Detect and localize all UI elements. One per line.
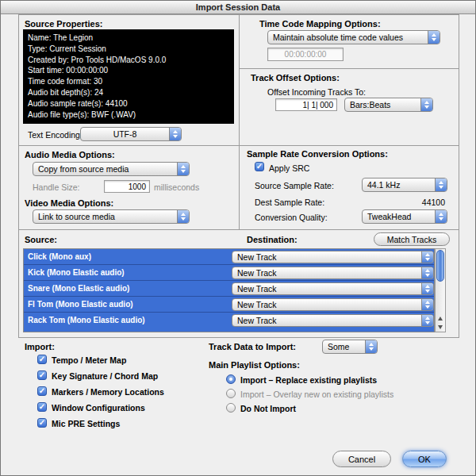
track-destination-popup[interactable]: New Track <box>232 282 434 295</box>
source-sample-rate-label: Source Sample Rate: <box>255 181 334 190</box>
conversion-quality-label: Conversion Quality: <box>255 213 328 222</box>
track-data-to-import-label: Track Data to Import: <box>209 342 296 351</box>
radio-import-replace[interactable] <box>226 374 236 384</box>
track-destination-popup[interactable]: New Track <box>232 314 434 327</box>
handle-size-field[interactable]: 1000 <box>104 180 150 193</box>
track-data-value: Some <box>323 342 365 351</box>
track-row[interactable]: Fl Tom (Mono Elastic audio) New Track <box>24 297 434 313</box>
match-tracks-button[interactable]: Match Tracks <box>374 232 450 246</box>
source-prop-line: Audio file type(s): BWF (.WAV) <box>28 109 229 121</box>
video-media-popup[interactable]: Link to source media <box>33 209 190 224</box>
import-checkbox-label: Markers / Memory Locations <box>52 387 164 397</box>
track-row[interactable]: Rack Tom (Mono Elastic audio) New Track <box>24 313 434 328</box>
time-code-mapping-popup[interactable]: Maintain absolute time code values <box>267 30 440 44</box>
video-media-value: Link to source media <box>33 212 177 221</box>
track-destination-popup[interactable]: New Track <box>232 251 434 263</box>
import-checkbox-markers[interactable]: ✓ <box>37 386 47 396</box>
import-checkbox-label: Mic PRE Settings <box>52 419 120 428</box>
full-horizontal-divider <box>19 229 459 230</box>
match-tracks-label: Match Tracks <box>387 235 436 244</box>
import-session-data-dialog: Import Session Data Source Properties: N… <box>0 0 476 476</box>
titlebar[interactable]: Import Session Data <box>1 1 475 14</box>
video-media-title: Video Media Options: <box>25 198 113 208</box>
popup-arrows-icon <box>421 267 433 278</box>
text-encoding-value: UTF-8 <box>81 129 169 139</box>
scroll-down-arrow-icon[interactable] <box>436 323 445 332</box>
check-icon: ✓ <box>256 163 263 171</box>
popup-arrows-icon <box>177 163 189 175</box>
track-destination-value: New Track <box>232 316 421 325</box>
track-offset-title: Track Offset Options: <box>251 73 340 83</box>
track-source-name: Snare (Mono Elastic audio) <box>28 284 129 293</box>
timecode-field[interactable]: 00:00:00:00 <box>267 48 344 61</box>
track-source-name: Kick (Mono Elastic audio) <box>28 268 125 277</box>
popup-arrows-icon <box>435 210 447 223</box>
track-source-name: Click (Mono aux) <box>28 252 91 261</box>
offset-value: 1| 1| 000 <box>302 101 333 109</box>
scrollbar-thumb[interactable] <box>436 250 444 282</box>
source-properties-title: Source Properties: <box>25 19 102 29</box>
audio-media-title: Audio Media Options: <box>25 150 115 159</box>
offset-unit-popup[interactable]: Bars:Beats <box>344 98 433 112</box>
handle-size-unit: milliseconds <box>154 182 199 192</box>
text-encoding-popup[interactable]: UTF-8 <box>80 127 182 141</box>
radio-label-import-replace: Import – Replace existing playlists <box>240 375 377 385</box>
audio-media-popup[interactable]: Copy from source media <box>33 162 190 176</box>
track-destination-value: New Track <box>232 268 421 278</box>
right-horizontal-divider-2 <box>240 145 459 146</box>
source-label: Source: <box>25 235 57 244</box>
import-title: Import: <box>25 342 55 351</box>
popup-arrows-icon <box>421 299 433 310</box>
radio-do-not-import[interactable] <box>226 403 236 413</box>
import-checkbox-mic-pre-settings[interactable]: ✓ <box>37 418 47 428</box>
popup-arrows-icon <box>169 128 181 140</box>
popup-arrows-icon <box>435 178 447 191</box>
track-table: Click (Mono aux) New Track Kick (Mono El… <box>23 248 435 332</box>
radio-import-overlay[interactable] <box>226 389 236 398</box>
import-checkbox-label: Window Configurations <box>52 403 145 413</box>
popup-arrows-icon <box>421 283 433 294</box>
track-destination-value: New Track <box>232 300 421 309</box>
main-playlist-options-title: Main Playlist Options: <box>209 360 300 370</box>
popup-arrows-icon <box>177 210 189 223</box>
offset-value-field[interactable]: 1| 1| 000 <box>275 98 337 111</box>
track-destination-value: New Track <box>232 252 421 262</box>
time-code-mapping-title: Time Code Mapping Options: <box>259 19 381 29</box>
track-data-popup[interactable]: Some <box>322 340 378 354</box>
check-icon: ✓ <box>39 387 45 395</box>
offset-incoming-label: Offset Incoming Tracks To: <box>267 87 366 97</box>
track-row[interactable]: Click (Mono aux) New Track <box>24 249 434 265</box>
import-checkbox-label: Key Signature / Chord Map <box>52 371 158 381</box>
window-title: Import Session Data <box>196 2 280 12</box>
track-source-name: Fl Tom (Mono Elastic audio) <box>28 300 133 309</box>
track-destination-popup[interactable]: New Track <box>232 267 434 279</box>
text-encoding-label: Text Encoding: <box>28 130 83 140</box>
cancel-button[interactable]: Cancel <box>332 451 391 467</box>
source-prop-line: Time code format: 30 <box>28 76 229 87</box>
apply-src-checkbox[interactable]: ✓ <box>255 162 264 171</box>
source-sample-rate-popup[interactable]: 44.1 kHz <box>362 178 447 192</box>
track-destination-value: New Track <box>232 284 421 294</box>
import-checkbox-label: Tempo / Meter Map <box>52 355 126 365</box>
import-checkbox-tempo-meter-map[interactable]: ✓ <box>37 355 47 364</box>
source-properties-box: Name: The Legion Type: Current Session C… <box>23 29 234 124</box>
ok-button[interactable]: OK <box>402 451 447 467</box>
scroll-up-arrow-icon[interactable] <box>436 314 445 323</box>
track-row[interactable]: Snare (Mono Elastic audio) New Track <box>24 281 434 297</box>
conversion-quality-value: TweakHead <box>363 212 435 221</box>
popup-arrows-icon <box>428 31 440 44</box>
ok-button-label: OK <box>418 455 431 464</box>
import-checkbox-key-signature[interactable]: ✓ <box>37 370 47 380</box>
source-prop-line: Audio bit depth(s): 24 <box>28 87 229 98</box>
check-icon: ✓ <box>39 403 45 411</box>
track-list-scrollbar[interactable] <box>435 248 446 332</box>
radio-label-import-overlay: Import – Overlay new on existing playlis… <box>240 390 393 399</box>
import-checkbox-window-configurations[interactable]: ✓ <box>37 402 47 412</box>
track-destination-popup[interactable]: New Track <box>232 298 434 311</box>
source-prop-line: Created by: Pro Tools HD/MacOS 9.0.0 <box>28 55 229 66</box>
conversion-quality-popup[interactable]: TweakHead <box>362 209 447 224</box>
dest-sample-rate-label: Dest Sample Rate: <box>255 198 324 207</box>
timecode-field-value: 00:00:00:00 <box>285 50 327 59</box>
track-row[interactable]: Kick (Mono Elastic audio) New Track <box>24 265 434 281</box>
dest-sample-rate-value: 44100 <box>382 198 445 207</box>
